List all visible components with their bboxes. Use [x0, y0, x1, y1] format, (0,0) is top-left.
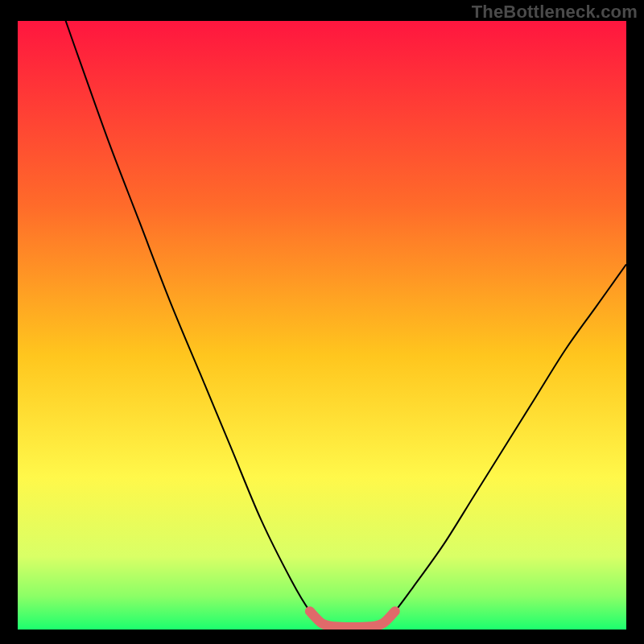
- bottleneck-chart: [18, 21, 626, 630]
- watermark-text: TheBottleneck.com: [472, 2, 638, 23]
- chart-stage: TheBottleneck.com: [0, 0, 644, 644]
- gradient-panel: [18, 21, 626, 630]
- plot-frame: [18, 21, 626, 630]
